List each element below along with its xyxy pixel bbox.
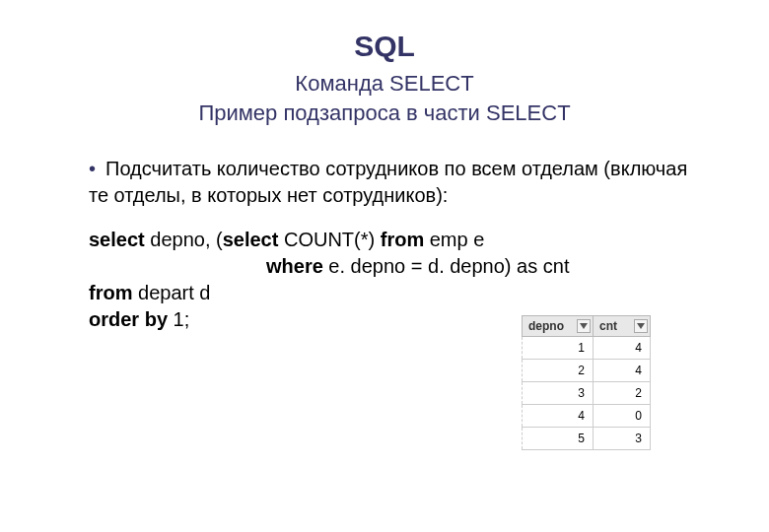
- task-text: Подсчитать количество сотрудников по все…: [89, 158, 687, 206]
- cell-cnt: 3: [594, 428, 651, 450]
- cell-cnt: 4: [594, 337, 651, 360]
- svg-marker-0: [580, 323, 588, 329]
- sql-text: emp e: [424, 229, 484, 250]
- sql-text: e. depno = d. depno) as cnt: [323, 255, 570, 277]
- column-header-cnt[interactable]: cnt: [594, 316, 651, 337]
- table-row: 4 0: [523, 405, 651, 428]
- sql-text: depart d: [132, 282, 210, 303]
- keyword-from-inner: from: [381, 229, 424, 250]
- sql-line-1: select depno, (select COUNT(*) from emp …: [89, 227, 739, 253]
- page-title: SQL: [30, 30, 739, 63]
- table-row: 2 4: [523, 360, 651, 382]
- chevron-down-icon[interactable]: [634, 319, 648, 333]
- sql-line-3: from depart d: [89, 280, 739, 306]
- cell-cnt: 0: [594, 405, 651, 428]
- bullet-marker: •: [89, 158, 96, 179]
- sql-text: COUNT(*): [278, 229, 380, 250]
- column-label: depno: [528, 319, 564, 333]
- keyword-select: select: [89, 229, 145, 250]
- keyword-where: where: [266, 255, 323, 277]
- cell-depno: 5: [523, 428, 594, 450]
- cell-depno: 1: [523, 337, 594, 360]
- cell-depno: 3: [523, 382, 594, 405]
- subtitle-example: Пример подзапроса в части SELECT: [30, 100, 739, 126]
- keyword-from: from: [89, 282, 132, 303]
- table-header-row: depno cnt: [523, 316, 651, 337]
- table-row: 3 2: [523, 382, 651, 405]
- cell-depno: 2: [523, 360, 594, 382]
- keyword-order-by: order by: [89, 308, 168, 330]
- sql-text: 1;: [168, 308, 189, 330]
- table-row: 5 3: [523, 428, 651, 450]
- table-row: 1 4: [523, 337, 651, 360]
- task-description: •Подсчитать количество сотрудников по вс…: [89, 156, 690, 209]
- svg-marker-1: [637, 323, 645, 329]
- cell-cnt: 2: [594, 382, 651, 405]
- cell-depno: 4: [523, 405, 594, 428]
- cell-cnt: 4: [594, 360, 651, 382]
- column-header-depno[interactable]: depno: [523, 316, 594, 337]
- column-label: cnt: [599, 319, 617, 333]
- subtitle-command: Команда SELECT: [30, 71, 739, 97]
- sql-line-2: where e. depno = d. depno) as cnt: [89, 253, 739, 280]
- keyword-select-inner: select: [223, 229, 279, 250]
- sql-text: depno, (: [145, 229, 223, 250]
- chevron-down-icon[interactable]: [577, 319, 591, 333]
- result-table: depno cnt 1 4 2 4 3 2 4: [522, 315, 651, 450]
